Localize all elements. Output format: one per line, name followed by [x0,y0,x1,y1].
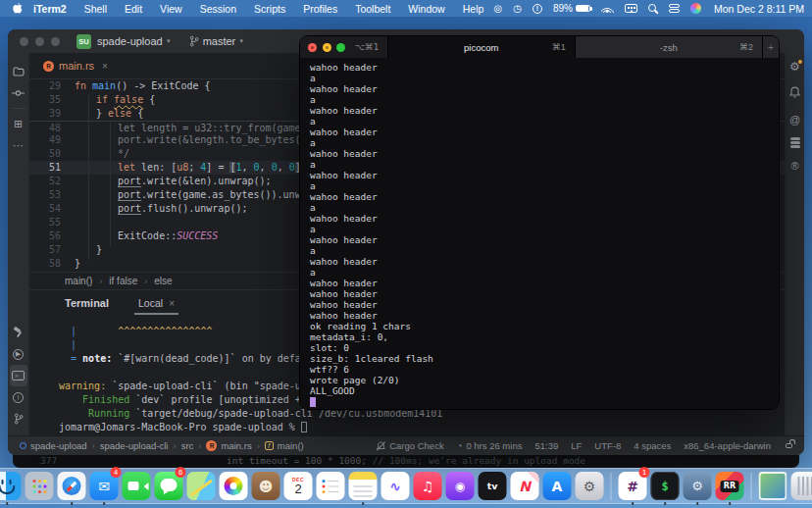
status-widget[interactable]: UTF-8 [594,440,621,451]
breadcrumb-item[interactable]: if false [109,276,137,286]
terminal-panel-title[interactable]: Terminal [65,297,109,315]
dock-item-rustrover[interactable]: RR [715,469,745,503]
siri-icon[interactable] [690,3,701,14]
window-close-button[interactable] [20,37,28,46]
dock-item-finder[interactable] [0,469,23,503]
menu-edit[interactable]: Edit [125,3,142,15]
menu-bar-clock[interactable]: Mon Dec 2 8:11 PM [714,3,804,15]
dock-item-appstore[interactable]: A [542,469,573,503]
status-widget[interactable]: x86_64-apple-darwin [684,440,771,451]
menu-profiles[interactable]: Profiles [303,3,337,15]
settings-gear-icon[interactable]: ⚙ [789,61,800,73]
status-path-item[interactable]: fmain() [265,440,304,451]
dock-item-messages[interactable]: 6 [154,469,184,503]
dock-item-news[interactable]: N [510,469,540,503]
status-path-item[interactable]: src [181,440,194,451]
breadcrumb-item[interactable]: else [154,276,172,286]
dock-item-mail[interactable]: ✉4 [89,469,120,503]
services-tool-icon[interactable]: ▶ [10,343,27,365]
fullscreen-window-button[interactable] [336,43,345,52]
ai-assistant-icon[interactable]: @ [789,114,800,126]
git-tool-icon[interactable] [10,408,27,430]
build-tool-icon[interactable] [10,322,27,343]
dock-item-settings[interactable]: ⚙ [575,469,605,503]
dock-item-slack[interactable]: #1 [618,469,648,503]
dock-item-cad[interactable]: ⚙ [683,469,713,503]
structure-tool-icon[interactable]: ⊞ [10,113,27,134]
close-window-button[interactable] [308,43,317,52]
dock-item-launchpad[interactable] [25,469,55,503]
status-widget[interactable]: LF [571,440,582,451]
alert-icon[interactable]: ! [533,4,542,14]
status-path-item[interactable]: Rmain.rs [206,440,251,451]
database-tool-icon[interactable] [790,137,800,140]
close-tab-icon[interactable]: × [102,61,108,72]
more-tools-icon[interactable]: ⋯ [10,134,27,156]
project-tool-icon[interactable] [10,61,27,82]
dock-item-contacts[interactable]: ☻ [251,469,281,503]
notifications-bell-icon[interactable] [789,84,800,102]
spotlight-search-icon[interactable] [648,4,658,14]
tab-main-rs[interactable]: R main.rs × [29,53,118,78]
iterm-tab-picocom[interactable]: picocom⌘1 [388,36,576,58]
dock-item-pictures[interactable] [758,469,788,503]
status-widget[interactable]: Cargo Check [377,440,443,451]
minimize-window-button[interactable] [323,43,331,52]
new-tab-button[interactable]: + [763,36,779,58]
wifi-icon[interactable] [601,4,614,13]
dock-item-calendar[interactable]: DEC2 [283,469,314,503]
menu-toolbelt[interactable]: Toolbelt [355,3,390,15]
battery-indicator[interactable]: 89% [553,3,590,14]
commit-tool-icon[interactable] [10,82,27,104]
status-widget[interactable]: 51:39 [534,440,558,451]
dock-item-safari[interactable] [57,469,87,503]
menu-help[interactable]: Help [463,3,484,15]
control-center-icon[interactable] [669,4,680,13]
menu-window[interactable]: Window [408,3,444,15]
terminal-tool-icon[interactable]: >_ [10,365,27,386]
apple-menu-icon[interactable] [8,2,25,15]
window-zoom-button[interactable] [51,37,60,46]
terminal-tab-local[interactable]: Local × [134,297,178,315]
terminal-line: a [310,116,769,127]
status-bar-breadcrumb[interactable]: spade-upload›spade-upload-cli›src›Rmain.… [20,440,304,451]
breadcrumb-item[interactable]: main() [65,276,92,286]
menu-iterm2[interactable]: iTerm2 [33,3,67,15]
contacts-icon: ☻ [252,472,280,500]
dock-item-reminders[interactable] [316,469,346,503]
problems-tool-icon[interactable]: ! [10,386,27,408]
dock-item-notes[interactable] [348,469,379,503]
status-widget[interactable]: 4 spaces [634,440,671,451]
dock-item-facetime[interactable] [122,469,152,503]
project-name[interactable]: spade-upload [97,35,163,47]
dock-item-podcasts[interactable]: ◉ [445,469,476,503]
menu-view[interactable]: View [160,3,182,15]
input-source-icon[interactable] [625,4,637,14]
clock-app-icon[interactable]: ◷ [513,4,522,14]
close-terminal-tab-icon[interactable]: × [169,298,175,309]
status-widget[interactable]: ◔0 hrs 26 mins [457,440,523,451]
muted-bell-icon [377,441,385,451]
iterm-tab-zsh[interactable]: -zsh⌘2 [576,36,763,58]
window-minimize-button[interactable] [35,37,44,46]
status-path-item[interactable]: spade-upload [20,440,87,451]
dock-item-freeform[interactable]: ∿ [381,469,411,503]
unlock-icon[interactable] [786,443,792,449]
iterm-terminal-output[interactable]: wahoo headerawahoo headerawahoo headeraw… [300,58,779,409]
dock-item-iterm2[interactable]: $ [650,469,681,503]
dock-item-maps[interactable] [186,469,217,503]
menu-shell[interactable]: Shell [84,3,107,15]
r-tool-icon[interactable]: ® [790,160,798,172]
status-path-item[interactable]: spade-upload-cli [100,440,169,451]
menu-scripts[interactable]: Scripts [254,3,285,15]
bg-code-text: int timeout = 100 * 1000; [227,455,373,466]
dock-item-trash[interactable] [790,469,812,503]
background-editor-window[interactable]: 377 int timeout = 100 * 1000; // 100ms; … [13,455,799,468]
menu-session[interactable]: Session [200,3,236,15]
branch-icon [189,35,199,47]
dock-item-music[interactable]: ♫ [413,469,443,503]
dock-item-tv[interactable]: tv [478,469,508,503]
git-branch-selector[interactable]: master ▼ [189,35,249,47]
dock-item-photos[interactable] [219,469,249,503]
screen-record-icon[interactable]: ◎ [494,4,503,14]
